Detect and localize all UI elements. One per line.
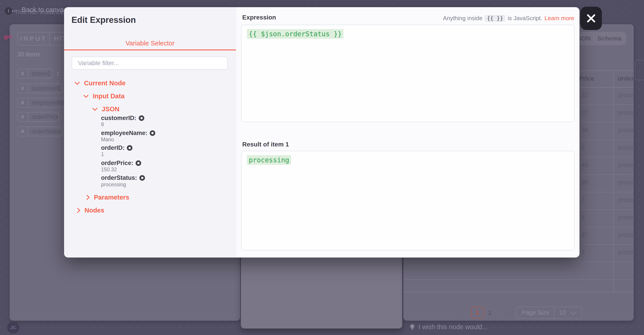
tree-item-json[interactable]: JSON [93, 105, 120, 113]
wish-node-input[interactable]: I wish this node would... [410, 323, 488, 331]
back-to-canvas-button[interactable]: ← Back to canvas [10, 5, 67, 14]
schema-row[interactable]: A orderStatus [17, 126, 62, 136]
col-header-orderstatus: orderStatus [618, 75, 634, 82]
back-arrow-icon: ← [10, 5, 18, 14]
tree-field-value: 8 [101, 121, 104, 127]
chevron-down-icon [74, 79, 80, 85]
table-row-empty [403, 262, 634, 280]
variable-filter-input[interactable] [72, 57, 228, 70]
drag-handle-icon[interactable] [150, 130, 155, 136]
drag-handle-icon[interactable] [140, 175, 145, 181]
tree-field-employeename[interactable]: employeeName: [101, 130, 155, 137]
page-1-button[interactable]: 1 [471, 307, 484, 319]
canvas-control [635, 60, 644, 80]
tab-variable-selector[interactable]: Variable Selector [64, 40, 236, 47]
tree-item-nodes[interactable]: Nodes [76, 207, 104, 214]
tree-field-customerid[interactable]: customerID: [101, 115, 144, 122]
chevron-down-icon [92, 105, 98, 111]
chevron-down-icon [570, 309, 576, 315]
result-value: processing [247, 155, 291, 165]
string-type-icon: A [18, 98, 28, 107]
schema-row[interactable]: # orderPrice [17, 112, 59, 122]
number-type-icon: # [18, 112, 28, 121]
prev-page-icon[interactable]: ‹ [461, 308, 463, 316]
lightbulb-icon [410, 324, 415, 331]
active-tab-underline [64, 49, 236, 50]
expression-pane: Expression Anything inside {{ }} is Java… [236, 7, 580, 258]
schema-row[interactable]: # orderID [17, 69, 52, 79]
expression-editor[interactable]: {{ $json.orderStatus }} [241, 25, 574, 122]
result-heading: Result of item 1 [242, 141, 289, 148]
chevron-down-icon [83, 92, 88, 98]
chevron-right-icon [84, 195, 90, 200]
number-type-icon: # [18, 84, 28, 93]
tree-field-orderprice[interactable]: orderPrice: [101, 160, 141, 167]
tree-field-value: processing [101, 182, 126, 188]
table-row-empty [403, 280, 634, 292]
schema-row-value: 1 [56, 70, 60, 77]
items-count: 30 items [17, 51, 40, 58]
tree-field-orderid[interactable]: orderID: [101, 144, 132, 151]
tree-field-value: Mario [101, 137, 114, 143]
tree-field-value: 1 [101, 151, 104, 157]
result-viewer: processing [241, 151, 574, 250]
expression-heading: Expression [242, 14, 276, 21]
tree-field-value: 150.32 [101, 167, 117, 173]
back-to-canvas-label: Back to canvas [22, 6, 67, 13]
user-avatar[interactable]: JC [7, 322, 19, 334]
drag-handle-icon[interactable] [127, 145, 132, 151]
tree-field-orderstatus[interactable]: orderStatus: [101, 174, 145, 181]
schema-row[interactable]: # customerID [17, 83, 62, 93]
drag-handle-icon[interactable] [136, 160, 141, 166]
string-type-icon: A [18, 127, 28, 136]
page-size-select[interactable]: Page Size 10 [516, 307, 582, 319]
variable-selector-pane: Edit Expression Variable Selector Curren… [64, 7, 236, 258]
expression-hint: Anything inside {{ }} is JavaScript. Lea… [443, 15, 574, 22]
n8n-app: i This n8n instance is ← Back to canvas … [0, 0, 644, 335]
tree-item-input-data[interactable]: Input Data [84, 92, 124, 100]
learn-more-link[interactable]: Learn more [544, 15, 574, 22]
tab-schema[interactable]: Schema [598, 35, 621, 42]
braces-chip: {{ }} [485, 15, 505, 22]
modal-title: Edit Expression [72, 15, 136, 25]
page-2-button[interactable]: 2 [488, 310, 492, 317]
tree-item-current-node[interactable]: Current Node [75, 79, 126, 87]
expression-code[interactable]: {{ $json.orderStatus }} [247, 29, 344, 39]
close-button[interactable] [580, 7, 602, 30]
chevron-right-icon [75, 208, 80, 213]
next-page-icon[interactable]: › [503, 308, 506, 316]
number-type-icon: # [18, 69, 28, 78]
tree-item-parameters[interactable]: Parameters [85, 194, 129, 201]
tab-input[interactable]: INPUT [18, 32, 50, 45]
edit-expression-modal: Edit Expression Variable Selector Curren… [64, 7, 580, 258]
drag-handle-icon[interactable] [139, 115, 144, 121]
